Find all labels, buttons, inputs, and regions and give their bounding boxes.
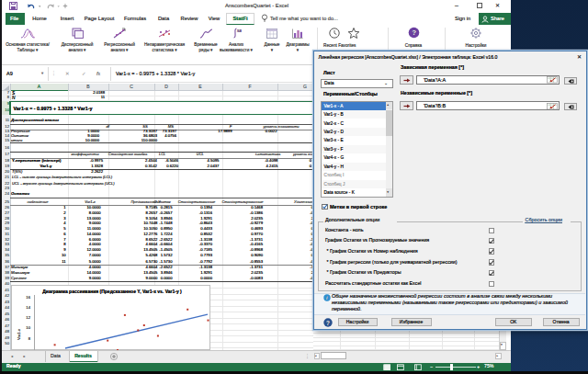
svg-text:?: ?	[326, 319, 330, 325]
svg-text:sa: sa	[237, 28, 242, 33]
svg-text:?: ?	[412, 28, 416, 37]
